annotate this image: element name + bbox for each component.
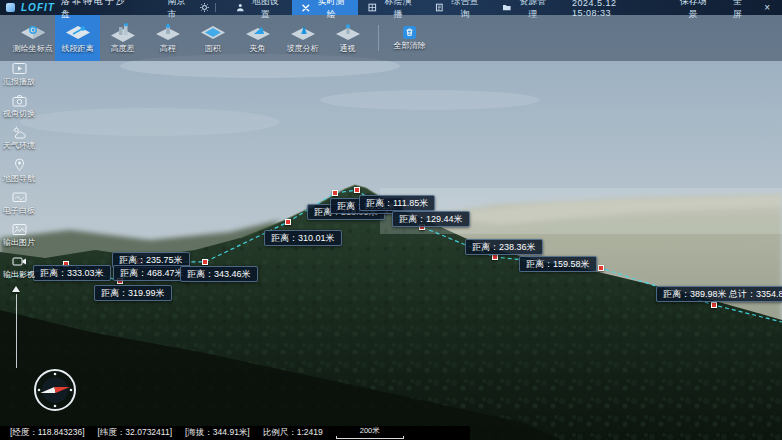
tool-label: 通视 xyxy=(340,43,356,54)
tab-query[interactable]: 综合查询 xyxy=(425,0,492,15)
resource-icon xyxy=(502,3,512,12)
sidebar-item-weather[interactable]: 天气环境 xyxy=(0,126,38,151)
sidebar-item-label: 地图导航 xyxy=(3,173,35,184)
tab-map-settings[interactable]: 地图设置 xyxy=(226,0,293,15)
tab-label: 地图设置 xyxy=(248,0,282,21)
query-icon xyxy=(435,3,444,12)
scale-bar-bracket xyxy=(336,436,404,439)
topbar-divider xyxy=(215,3,216,12)
tab-resource[interactable]: 资源管理 xyxy=(492,0,560,15)
tab-label: 实时测绘 xyxy=(314,0,348,21)
tool-elevation[interactable]: 高程 xyxy=(145,15,190,61)
tool-label: 面积 xyxy=(205,43,221,54)
sidebar-item-label: 视角切换 xyxy=(3,108,35,119)
compass[interactable] xyxy=(32,367,78,413)
tool-label: 线段距离 xyxy=(62,43,94,54)
city-selector[interactable]: 南京市 xyxy=(168,0,194,21)
visibility-icon xyxy=(333,23,363,42)
tool-label: 夹角 xyxy=(250,43,266,54)
plot-broadcast-icon xyxy=(368,3,377,12)
gear-icon[interactable] xyxy=(200,3,209,12)
segment-distance-icon xyxy=(63,23,93,42)
tool-visibility[interactable]: 通视 xyxy=(325,15,370,61)
fullscreen-button[interactable]: 全屏 xyxy=(723,0,752,21)
realtime-measure-icon xyxy=(302,4,310,12)
whiteboard-icon xyxy=(12,191,27,204)
sidebar-item-map-navigation[interactable]: 地图导航 xyxy=(0,158,38,184)
app-logo: LOFIT xyxy=(21,2,55,13)
angle-icon xyxy=(243,23,273,42)
sidebar-item-label: 电子白板 xyxy=(3,205,35,216)
weather-icon xyxy=(12,126,27,139)
area-icon xyxy=(198,23,228,42)
trash-icon xyxy=(403,26,416,39)
sidebar-item-label: 输出影视 xyxy=(3,269,35,280)
tab-plot-broadcast[interactable]: 标绘演播 xyxy=(358,0,425,15)
nav-pin-icon xyxy=(12,158,27,172)
zoom-slider-track[interactable] xyxy=(16,294,17,368)
map-settings-icon xyxy=(236,3,245,12)
terrain-map[interactable] xyxy=(0,0,782,440)
statusbar: [经度：118.843236] [纬度：32.0732411] [海拔：344.… xyxy=(0,426,470,440)
tool-survey-point[interactable]: 测绘坐标点 xyxy=(10,15,55,61)
tab-realtime-measure[interactable]: 实时测绘 xyxy=(292,0,358,15)
elevation-icon xyxy=(153,23,183,42)
close-button[interactable]: × xyxy=(758,2,776,13)
clear-all-button[interactable]: 全部清除 xyxy=(387,15,432,61)
tool-segment-distance[interactable]: 线段距离 xyxy=(55,15,100,61)
sidebar-item-label: 输出图片 xyxy=(3,237,35,248)
app-icon[interactable] xyxy=(6,3,15,12)
sidebar: 汇报播放 视角切换 天气环境 地图导航 电子白板 输出图片 输出影视 xyxy=(0,62,38,280)
tool-slope-analysis[interactable]: 坡度分析 xyxy=(280,15,325,61)
scale-readout: 比例尺：1:2419 xyxy=(263,427,323,439)
zoom-slider[interactable] xyxy=(12,286,20,368)
tab-label: 资源管理 xyxy=(516,0,550,21)
app-title: 洛菲特电子沙盘 xyxy=(61,0,136,21)
sidebar-item-label: 汇报播放 xyxy=(3,76,35,87)
tool-label: 高度差 xyxy=(111,43,135,54)
survey-point-icon xyxy=(18,23,48,42)
toolbar-separator xyxy=(378,25,379,51)
height-diff-icon xyxy=(108,23,138,42)
sidebar-item-export-image[interactable]: 输出图片 xyxy=(0,223,38,248)
tool-area[interactable]: 面积 xyxy=(190,15,235,61)
scale-bar: 200米 xyxy=(336,427,404,439)
export-image-icon xyxy=(12,223,27,236)
latitude-readout: [纬度：32.0732411] xyxy=(98,427,173,439)
sidebar-item-export-video[interactable]: 输出影视 xyxy=(0,255,38,280)
tool-angle[interactable]: 夹角 xyxy=(235,15,280,61)
datetime: 2024.5.12 15:08:33 xyxy=(572,0,656,18)
tool-label: 高程 xyxy=(160,43,176,54)
save-scene-button[interactable]: 保存场景 xyxy=(670,0,717,21)
sidebar-item-report-playback[interactable]: 汇报播放 xyxy=(0,62,38,87)
tab-label: 标绘演播 xyxy=(381,0,415,21)
zoom-in-arrow-icon[interactable] xyxy=(12,286,20,292)
topbar: LOFIT 洛菲特电子沙盘 南京市 地图设置 实时测绘 标绘演播 综合查询 xyxy=(0,0,782,15)
measure-toolbar: 测绘坐标点 线段距离 高度差 高程 面积 夹角 坡度分析 通视 xyxy=(0,15,782,61)
tab-label: 综合查询 xyxy=(448,0,482,21)
sidebar-item-whiteboard[interactable]: 电子白板 xyxy=(0,191,38,216)
tool-height-difference[interactable]: 高度差 xyxy=(100,15,145,61)
topbar-tabs: 地图设置 实时测绘 标绘演播 综合查询 资源管理 xyxy=(226,0,560,15)
tool-label: 全部清除 xyxy=(394,40,426,51)
tool-label: 测绘坐标点 xyxy=(13,43,53,54)
altitude-readout: [海拔：344.91米] xyxy=(185,427,250,439)
sidebar-item-view-switch[interactable]: 视角切换 xyxy=(0,94,38,119)
export-video-icon xyxy=(12,255,27,268)
tool-label: 坡度分析 xyxy=(287,43,319,54)
longitude-readout: [经度：118.843236] xyxy=(10,427,85,439)
app-window: 距离：333.03米距离：319.99米距离：235.75米距离：468.47米… xyxy=(0,0,782,440)
sidebar-item-label: 天气环境 xyxy=(3,140,35,151)
play-icon xyxy=(12,62,27,75)
scale-bar-label: 200米 xyxy=(360,427,380,435)
slope-analysis-icon xyxy=(288,23,318,42)
camera-icon xyxy=(12,94,27,107)
